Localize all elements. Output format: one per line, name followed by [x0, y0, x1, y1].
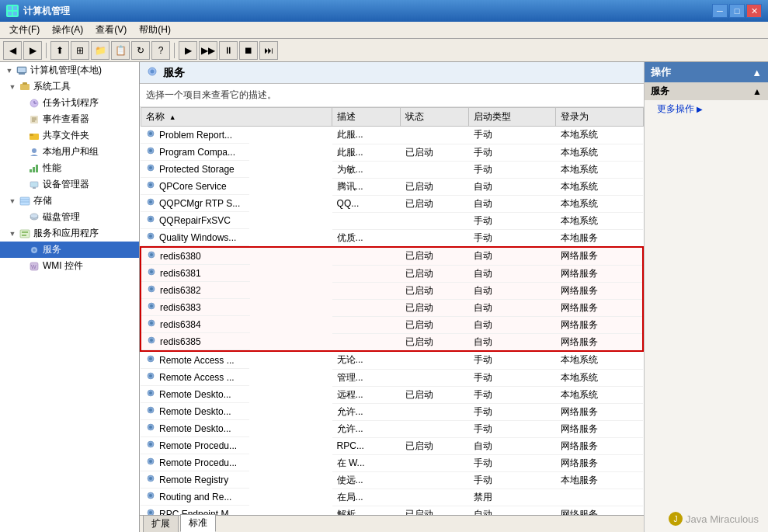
- table-row[interactable]: redis6384已启动自动网络服务: [141, 316, 643, 333]
- cell-service-desc: [332, 316, 401, 333]
- pause-button[interactable]: ⏸: [219, 41, 238, 60]
- forward-button[interactable]: ▶: [23, 41, 42, 60]
- col-name[interactable]: 名称 ▲: [141, 108, 332, 127]
- help-button[interactable]: ?: [151, 41, 170, 60]
- cell-service-status: [401, 127, 469, 144]
- col-desc[interactable]: 描述: [332, 108, 401, 127]
- table-row[interactable]: Program Compa...此服...已启动手动本地系统: [141, 144, 643, 161]
- cell-service-startup: 禁用: [469, 489, 556, 506]
- table-row[interactable]: redis6380已启动自动网络服务: [141, 247, 643, 265]
- services-description: 选择一个项目来查看它的描述。: [140, 84, 644, 107]
- root-toggle: ▼: [3, 64, 16, 77]
- tree-root[interactable]: ▼ 计算机管理(本地): [0, 62, 139, 78]
- cell-service-desc: 优质...: [332, 229, 401, 247]
- cell-service-status: 已启动: [401, 386, 469, 403]
- tree-task-scheduler-label: 任务计划程序: [43, 96, 99, 110]
- table-row[interactable]: Remote Access ...管理...手动本地系统: [141, 369, 643, 386]
- services-table-container[interactable]: 名称 ▲ 描述 状态 启动类型 登录为 Problem Report...此服.…: [140, 107, 644, 515]
- folder-button[interactable]: 📁: [91, 41, 109, 60]
- stop-button[interactable]: ⏹: [239, 41, 258, 60]
- svg-point-45: [149, 183, 152, 186]
- svg-rect-20: [33, 167, 35, 172]
- play-button[interactable]: ▶: [179, 41, 197, 60]
- table-row[interactable]: Routing and Re...在局...禁用: [141, 489, 643, 506]
- table-row[interactable]: QQPCMgr RTP S...QQ...已启动自动本地系统: [141, 195, 643, 212]
- table-row[interactable]: Remote Deskto...允许...手动网络服务: [141, 420, 643, 437]
- cell-service-startup: 自动: [469, 506, 556, 515]
- back-button[interactable]: ◀: [3, 41, 22, 60]
- svg-rect-1: [13, 6, 17, 10]
- service-row-icon: [145, 490, 156, 503]
- table-row[interactable]: Protected Storage为敏...手动本地系统: [141, 161, 643, 178]
- col-login[interactable]: 登录为: [556, 108, 643, 127]
- table-row[interactable]: Remote Registry使远...手动本地服务: [141, 471, 643, 489]
- svg-rect-29: [20, 230, 30, 238]
- more-actions[interactable]: 更多操作 ▶: [645, 100, 768, 118]
- more-actions-label: 更多操作: [657, 103, 694, 116]
- tree-wmi[interactable]: W WMI 控件: [0, 258, 139, 274]
- title-bar: 计算机管理 ─ □ ✕: [0, 0, 768, 22]
- menu-help[interactable]: 帮助(H): [133, 22, 177, 38]
- tree-local-users[interactable]: 本地用户和组: [0, 144, 139, 160]
- local-users-icon: [28, 146, 40, 158]
- service-row-icon: [145, 388, 156, 401]
- col-status[interactable]: 状态: [401, 108, 469, 127]
- minimize-button[interactable]: ─: [712, 4, 728, 18]
- tree-task-scheduler[interactable]: 任务计划程序: [0, 95, 139, 111]
- table-row[interactable]: Quality Windows...优质...手动本地服务: [141, 229, 643, 247]
- maximize-button[interactable]: □: [729, 4, 745, 18]
- cell-service-status: 已启动: [401, 247, 469, 265]
- up-button[interactable]: ⬆: [50, 41, 69, 60]
- cell-service-name: Remote Deskto...: [141, 403, 249, 420]
- tree-services-apps[interactable]: ▼ 服务和应用程序: [0, 225, 139, 242]
- cell-service-desc: 腾讯...: [332, 178, 401, 195]
- tree-event-viewer[interactable]: 事件查看器: [0, 111, 139, 127]
- tab-expand[interactable]: 扩展: [143, 515, 179, 532]
- sidebar-collapse-arrow[interactable]: ▲: [752, 67, 762, 78]
- tree-services[interactable]: 服务: [0, 242, 139, 258]
- table-row[interactable]: Problem Report...此服...手动本地系统: [141, 127, 643, 144]
- menu-action[interactable]: 操作(A): [46, 22, 89, 38]
- cell-service-status: 已启动: [401, 178, 469, 195]
- forward2-button[interactable]: ⏭: [259, 41, 278, 60]
- table-row[interactable]: QPCore Service腾讯...已启动自动本地系统: [141, 178, 643, 195]
- table-row[interactable]: redis6381已启动自动网络服务: [141, 265, 643, 282]
- play2-button[interactable]: ▶▶: [199, 41, 217, 60]
- tree-shared-folders[interactable]: 共享文件夹: [0, 127, 139, 144]
- cell-service-login: 网络服务: [556, 316, 643, 333]
- cell-service-name: redis6385: [141, 333, 250, 350]
- svg-point-67: [149, 374, 152, 377]
- cell-service-desc: 管理...: [332, 369, 401, 386]
- table-row[interactable]: Remote Deskto...允许...手动网络服务: [141, 403, 643, 420]
- menu-view[interactable]: 查看(V): [89, 22, 133, 38]
- tree-storage[interactable]: ▼ 存储: [0, 193, 139, 209]
- show-hide-button[interactable]: ⊞: [71, 41, 89, 60]
- table-row[interactable]: redis6382已启动自动网络服务: [141, 282, 643, 299]
- col-startup[interactable]: 启动类型: [469, 108, 556, 127]
- menu-file[interactable]: 文件(F): [3, 22, 46, 38]
- cell-service-desc: 在局...: [332, 489, 401, 506]
- tree-disk-management[interactable]: 磁盘管理: [0, 209, 139, 225]
- cell-service-name: Remote Registry: [141, 471, 249, 489]
- table-row[interactable]: Remote Access ...无论...手动本地系统: [141, 351, 643, 369]
- table-row[interactable]: RPC Endpoint M...解析...已启动自动网络服务: [141, 506, 643, 515]
- tree-performance[interactable]: 性能: [0, 160, 139, 176]
- table-row[interactable]: Remote Deskto...远程...已启动手动本地系统: [141, 386, 643, 403]
- table-row[interactable]: redis6385已启动自动网络服务: [141, 333, 643, 351]
- table-row[interactable]: Remote Procedu...RPC...已启动自动网络服务: [141, 437, 643, 454]
- refresh-button[interactable]: ↻: [131, 41, 150, 60]
- table-row[interactable]: Remote Procedu...在 W...手动网络服务: [141, 454, 643, 471]
- svg-rect-8: [23, 82, 27, 85]
- wmi-icon: W: [28, 260, 40, 273]
- service-row-icon: [146, 266, 157, 280]
- tree-device-manager[interactable]: 设备管理器: [0, 176, 139, 193]
- cell-service-login: 网络服务: [556, 333, 643, 351]
- properties-button[interactable]: 📋: [111, 41, 130, 60]
- cell-service-startup: 自动: [469, 437, 556, 454]
- table-row[interactable]: redis6383已启动自动网络服务: [141, 299, 643, 316]
- tree-system-tools[interactable]: ▼ 系统工具: [0, 78, 139, 95]
- sidebar-section-arrow[interactable]: ▲: [752, 86, 762, 97]
- table-row[interactable]: QQRepairFxSVC手动本地系统: [141, 212, 643, 229]
- close-button[interactable]: ✕: [746, 4, 762, 18]
- tab-standard[interactable]: 标准: [180, 514, 216, 532]
